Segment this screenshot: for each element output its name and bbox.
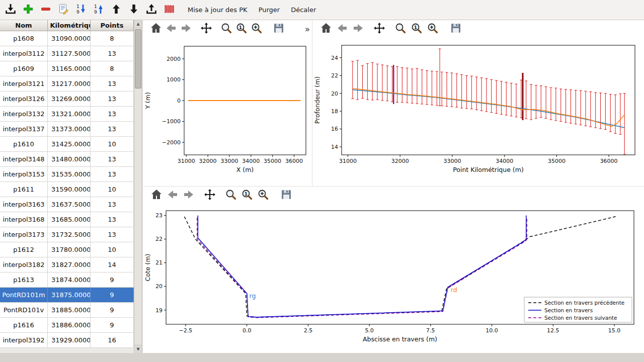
toolbar-overflow-button[interactable]: » bbox=[303, 24, 312, 34]
table-body: p160831090.00008interpol311231127.500013… bbox=[0, 31, 134, 348]
scrollbar-thumb[interactable] bbox=[135, 29, 141, 88]
table-header[interactable]: Nomt KilométriquPoints bbox=[0, 20, 134, 31]
save-button[interactable] bbox=[279, 188, 294, 203]
table-row[interactable]: p160931165.00008 bbox=[0, 61, 134, 76]
table-row[interactable]: interpol314831480.000013 bbox=[0, 152, 134, 167]
scroll-up-button[interactable]: ▲ bbox=[134, 20, 142, 28]
zoom-button[interactable] bbox=[393, 22, 408, 37]
column-header-0[interactable]: Nom bbox=[0, 20, 48, 31]
import-button[interactable] bbox=[2, 2, 19, 18]
table-row[interactable]: interpol311231127.500013 bbox=[0, 46, 134, 61]
row-points: 13 bbox=[91, 107, 134, 121]
row-points: 9 bbox=[91, 318, 134, 332]
back-button[interactable] bbox=[165, 188, 180, 203]
pan-button[interactable] bbox=[199, 22, 213, 37]
home-button[interactable] bbox=[149, 188, 164, 203]
svg-text:10.0: 10.0 bbox=[486, 327, 498, 334]
table-row[interactable]: interpol318231827.000014 bbox=[0, 257, 134, 273]
table-row[interactable]: interpol316831685.000013 bbox=[0, 212, 134, 227]
zoom-plus-button[interactable] bbox=[425, 22, 440, 37]
zoom-plus-button[interactable] bbox=[256, 188, 271, 203]
zoom-one-button[interactable]: 1 bbox=[234, 22, 249, 37]
zoom-one-button[interactable]: 1 bbox=[409, 22, 424, 37]
table-row[interactable]: p161031425.000010 bbox=[0, 137, 134, 152]
sort-ascending-button[interactable]: 19 bbox=[90, 2, 107, 18]
row-pk: 31780.0000 bbox=[48, 242, 91, 257]
table-scrollbar[interactable]: ▲ ▼ bbox=[134, 20, 142, 353]
long-profile-chart[interactable]: 3100032000330003400035000360001416182022… bbox=[312, 38, 643, 185]
export-button[interactable] bbox=[143, 2, 159, 18]
forward-button[interactable] bbox=[181, 188, 196, 203]
row-name: interpol3132 bbox=[0, 107, 48, 121]
column-header-1[interactable]: t Kilométriqu bbox=[48, 20, 91, 31]
table-row[interactable]: p161631886.00009 bbox=[0, 318, 134, 333]
row-name: interpol3126 bbox=[0, 92, 48, 106]
table-row[interactable]: interpol312631269.000013 bbox=[0, 92, 134, 107]
table-row[interactable]: interpol315331535.000013 bbox=[0, 167, 134, 182]
back-icon bbox=[336, 22, 349, 37]
sort-asc-icon: 19 bbox=[93, 3, 105, 17]
back-button[interactable] bbox=[164, 22, 178, 37]
save-button[interactable] bbox=[448, 22, 463, 37]
forward-button[interactable] bbox=[179, 22, 193, 37]
row-name: interpol3168 bbox=[0, 212, 48, 227]
table-row[interactable]: interpol319231929.000016 bbox=[0, 333, 134, 348]
remove-section-button[interactable] bbox=[37, 2, 54, 18]
svg-text:34000: 34000 bbox=[242, 158, 260, 164]
update-pk-button[interactable]: Mise à jour des PK bbox=[182, 2, 253, 18]
zoom-plus-icon bbox=[426, 22, 439, 37]
table-row[interactable]: interpol313231321.000013 bbox=[0, 107, 134, 122]
column-header-2[interactable]: Points bbox=[91, 20, 134, 31]
pan-button[interactable] bbox=[372, 22, 387, 37]
shift-button[interactable]: Décaler bbox=[285, 2, 321, 18]
svg-text:0: 0 bbox=[177, 98, 181, 104]
row-name: p1612 bbox=[0, 242, 48, 257]
table-row[interactable]: p161131590.000010 bbox=[0, 182, 134, 197]
svg-text:2.5: 2.5 bbox=[304, 327, 313, 334]
row-points: 13 bbox=[91, 92, 134, 106]
svg-text:Abscisse en travers (m): Abscisse en travers (m) bbox=[363, 335, 437, 343]
back-button[interactable] bbox=[335, 22, 350, 37]
home-button[interactable] bbox=[318, 22, 334, 37]
move-up-button[interactable] bbox=[108, 2, 124, 18]
table-row[interactable]: p161331874.00009 bbox=[0, 273, 134, 288]
plots-area: 1» 310003200033000340003500036000−2000−1… bbox=[143, 20, 644, 353]
table-row[interactable]: PontRD101m31875.00009 bbox=[0, 288, 134, 303]
row-pk: 31090.0000 bbox=[48, 31, 91, 46]
sections-profile-button[interactable] bbox=[160, 2, 177, 18]
main-toolbar: 1919 Mise à jour des PK Purger Décaler bbox=[0, 0, 644, 20]
save-button[interactable] bbox=[272, 22, 286, 37]
forward-button[interactable] bbox=[351, 22, 366, 37]
svg-text:20: 20 bbox=[155, 283, 163, 290]
row-points: 13 bbox=[91, 152, 134, 166]
sort-descending-button[interactable]: 19 bbox=[72, 2, 89, 18]
row-name: interpol3153 bbox=[0, 167, 48, 182]
table-row[interactable]: interpol313731373.000013 bbox=[0, 122, 134, 137]
row-name: p1616 bbox=[0, 318, 48, 332]
row-points: 10 bbox=[91, 182, 134, 197]
purge-button[interactable]: Purger bbox=[253, 2, 286, 18]
scroll-down-button[interactable]: ▼ bbox=[134, 345, 142, 353]
home-button[interactable] bbox=[149, 22, 163, 37]
cross-section-chart[interactable]: rgrd−2.50.02.55.07.510.012.515.019202122… bbox=[143, 205, 643, 353]
table-row[interactable]: PontRD101v31885.00009 bbox=[0, 303, 134, 318]
table-row[interactable]: interpol316331637.500013 bbox=[0, 197, 134, 212]
table-row[interactable]: interpol317331732.500013 bbox=[0, 227, 134, 242]
table-row[interactable]: p161231780.000010 bbox=[0, 242, 134, 257]
row-pk: 31321.0000 bbox=[48, 107, 91, 121]
svg-text:19: 19 bbox=[155, 307, 163, 314]
zoom-plus-button[interactable] bbox=[250, 22, 264, 37]
table-row[interactable]: p160831090.00008 bbox=[0, 31, 134, 46]
edit-section-button[interactable] bbox=[55, 2, 71, 18]
row-name: p1608 bbox=[0, 31, 48, 46]
move-down-button[interactable] bbox=[125, 2, 142, 18]
zoom-button[interactable] bbox=[219, 22, 233, 37]
add-section-button[interactable] bbox=[20, 2, 36, 18]
pan-button[interactable] bbox=[202, 188, 217, 203]
zoom-button[interactable] bbox=[223, 188, 238, 203]
pan-icon bbox=[373, 22, 386, 37]
table-row[interactable]: interpol312131217.000013 bbox=[0, 76, 134, 92]
zoom-one-button[interactable]: 1 bbox=[239, 188, 255, 203]
plan-view-chart[interactable]: 310003200033000340003500036000−2000−1000… bbox=[143, 38, 312, 185]
back-icon bbox=[166, 188, 179, 203]
